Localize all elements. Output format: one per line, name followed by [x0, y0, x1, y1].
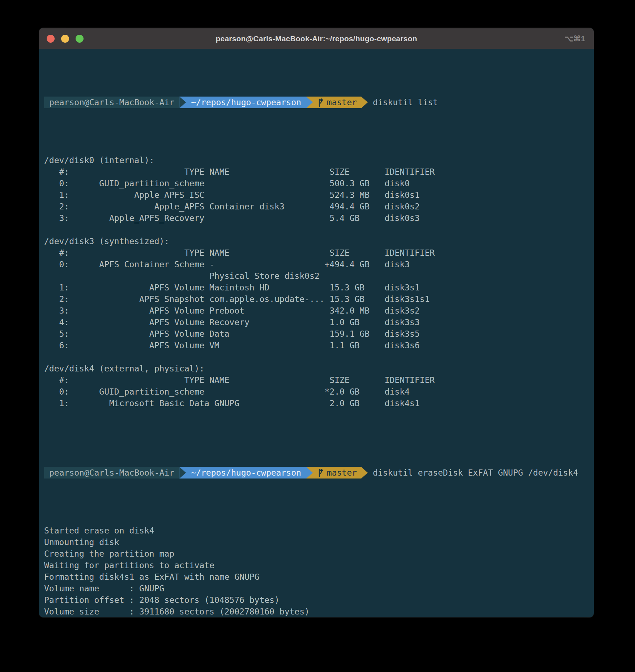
terminal-line: 0: APFS Container Scheme - +494.4 GB dis…: [44, 259, 589, 270]
desktop: { "window": { "title": "pearson@Carls-Ma…: [0, 0, 635, 672]
prompt-branch-name: master: [327, 97, 357, 108]
terminal-line: 3: APFS Volume Preboot 342.0 MB disk3s2: [44, 305, 589, 316]
terminal-line: 5: APFS Volume Data 159.1 GB disk3s5: [44, 328, 589, 340]
diskutil-list-output: /dev/disk0 (internal): #: TYPE NAME SIZE…: [44, 154, 589, 421]
terminal-line: 2: APFS Snapshot com.apple.os.update-...…: [44, 293, 589, 305]
terminal-line: /dev/disk4 (external, physical):: [44, 363, 589, 374]
terminal-window: pearson@Carls-MacBook-Air:~/repos/hugo-c…: [39, 28, 594, 617]
terminal-line: Volume name : GNUPG: [44, 583, 589, 594]
window-hotkey-label: ⌥⌘1: [564, 34, 585, 43]
git-branch-icon: [317, 98, 324, 107]
terminal-line: [44, 409, 589, 421]
prompt-git-segment: master: [313, 97, 361, 108]
terminal-line: /dev/disk0 (internal):: [44, 154, 589, 166]
terminal-line: 3: Apple_APFS_Recovery 5.4 GB disk0s3: [44, 212, 589, 224]
powerline-arrow-icon: [361, 97, 368, 108]
window-title: pearson@Carls-MacBook-Air:~/repos/hugo-c…: [39, 34, 594, 43]
prompt-branch-name: master: [327, 467, 357, 479]
command-text: diskutil list: [373, 97, 438, 108]
terminal-line: [44, 351, 589, 363]
terminal-line: #: TYPE NAME SIZE IDENTIFIER: [44, 374, 589, 386]
powerline-arrow-icon: [179, 97, 186, 108]
terminal-line: 2: Apple_APFS Container disk3 494.4 GB d…: [44, 201, 589, 212]
erase-disk-output: Started erase on disk4Unmounting diskCre…: [44, 525, 589, 617]
terminal-line: /dev/disk3 (synthesized):: [44, 235, 589, 247]
terminal-line: 0: GUID_partition_scheme 500.3 GB disk0: [44, 178, 589, 189]
terminal-line: 0: GUID_partition_scheme *2.0 GB disk4: [44, 386, 589, 397]
terminal-line: 4: APFS Volume Recovery 1.0 GB disk3s3: [44, 316, 589, 328]
terminal-line: Unmounting disk: [44, 536, 589, 548]
prompt-directory: ~/repos/hugo-cwpearson: [186, 97, 306, 108]
powerline-arrow-icon: [306, 467, 313, 479]
terminal-line: 1: Microsoft Basic Data GNUPG 2.0 GB dis…: [44, 397, 589, 409]
prompt-directory: ~/repos/hugo-cwpearson: [186, 467, 306, 479]
terminal-line: #: TYPE NAME SIZE IDENTIFIER: [44, 166, 589, 178]
window-titlebar[interactable]: pearson@Carls-MacBook-Air:~/repos/hugo-c…: [39, 28, 594, 49]
terminal-line: Partition offset : 2048 sectors (1048576…: [44, 594, 589, 606]
terminal-line: Formatting disk4s1 as ExFAT with name GN…: [44, 571, 589, 583]
git-branch-icon: [317, 468, 324, 478]
powerline-arrow-icon: [361, 467, 368, 479]
prompt-user-host: pearson@Carls-MacBook-Air: [44, 467, 179, 479]
command-text: diskutil eraseDisk ExFAT GNUPG /dev/disk…: [373, 467, 578, 479]
terminal-content[interactable]: pearson@Carls-MacBook-Air ~/repos/hugo-c…: [39, 49, 594, 617]
terminal-line: #: TYPE NAME SIZE IDENTIFIER: [44, 247, 589, 259]
terminal-line: Creating the partition map: [44, 548, 589, 560]
prompt-line-1: pearson@Carls-MacBook-Air ~/repos/hugo-c…: [44, 97, 589, 108]
prompt-git-segment: master: [313, 467, 361, 479]
prompt-user-host: pearson@Carls-MacBook-Air: [44, 97, 179, 108]
terminal-line: Waiting for partitions to activate: [44, 560, 589, 571]
terminal-line: [44, 224, 589, 235]
terminal-line: Volume size : 3911680 sectors (200278016…: [44, 606, 589, 617]
prompt-line-2: pearson@Carls-MacBook-Air ~/repos/hugo-c…: [44, 467, 589, 479]
terminal-line: Started erase on disk4: [44, 525, 589, 536]
powerline-arrow-icon: [179, 467, 186, 479]
powerline-arrow-icon: [306, 97, 313, 108]
terminal-line: Physical Store disk0s2: [44, 270, 589, 282]
terminal-line: 6: APFS Volume VM 1.1 GB disk3s6: [44, 340, 589, 351]
terminal-line: 1: Apple_APFS_ISC 524.3 MB disk0s1: [44, 189, 589, 201]
terminal-line: 1: APFS Volume Macintosh HD 15.3 GB disk…: [44, 282, 589, 293]
